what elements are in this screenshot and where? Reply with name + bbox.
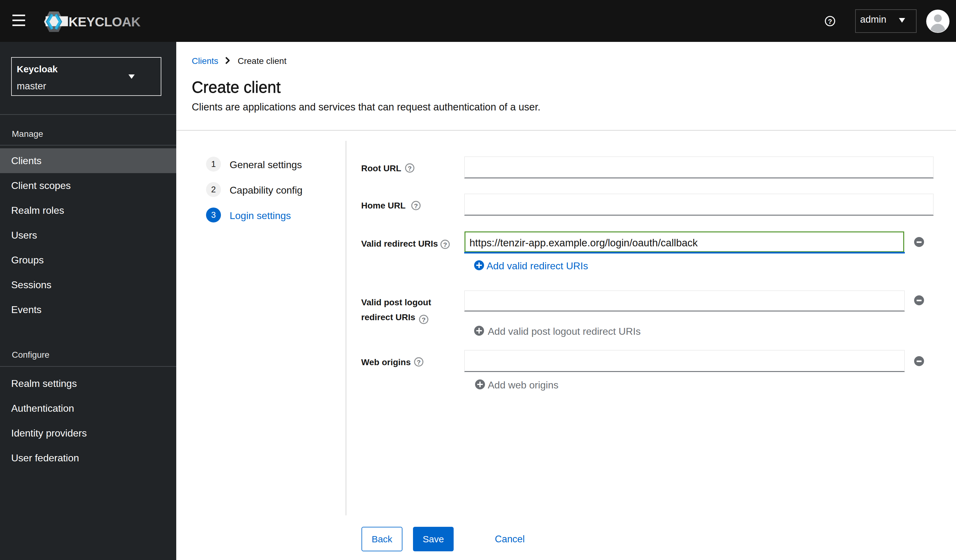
svg-text:?: ?: [828, 18, 832, 25]
svg-text:?: ?: [443, 241, 447, 248]
svg-text:?: ?: [417, 359, 421, 366]
svg-text:?: ?: [414, 202, 418, 209]
svg-text:?: ?: [408, 165, 412, 172]
svg-text:KEYCLOAK: KEYCLOAK: [69, 14, 141, 29]
svg-text:?: ?: [422, 316, 426, 323]
